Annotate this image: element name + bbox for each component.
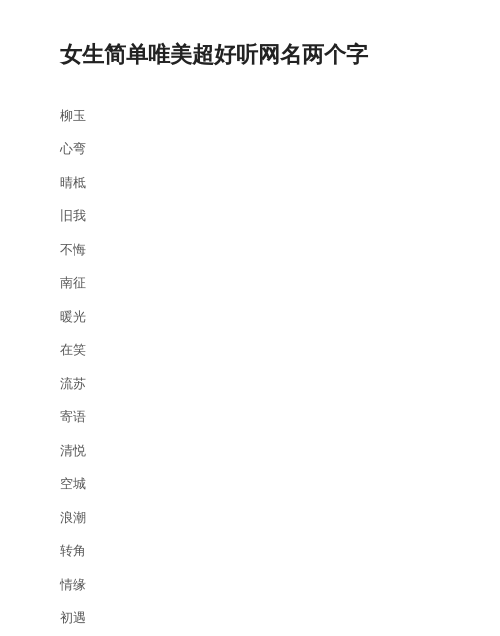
list-item: 流苏 (60, 367, 440, 401)
list-item: 心弯 (60, 132, 440, 166)
list-item: 初遇 (60, 601, 440, 635)
list-item: 清悦 (60, 434, 440, 468)
names-list: 柳玉心弯晴柢旧我不悔南征暖光在笑流苏寄语清悦空城浪潮转角情缘初遇阑珊初心孤卷夕颜 (60, 99, 440, 636)
list-item: 情缘 (60, 568, 440, 602)
list-item: 晴柢 (60, 166, 440, 200)
list-item: 旧我 (60, 199, 440, 233)
page-title: 女生简单唯美超好听网名两个字 (60, 40, 440, 71)
list-item: 柳玉 (60, 99, 440, 133)
list-item: 不悔 (60, 233, 440, 267)
list-item: 转角 (60, 534, 440, 568)
list-item: 寄语 (60, 400, 440, 434)
list-item: 浪潮 (60, 501, 440, 535)
list-item: 南征 (60, 266, 440, 300)
list-item: 暖光 (60, 300, 440, 334)
list-item: 空城 (60, 467, 440, 501)
list-item: 在笑 (60, 333, 440, 367)
